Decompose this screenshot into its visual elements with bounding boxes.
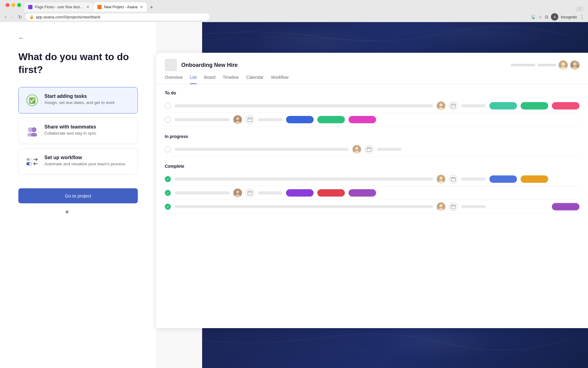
share-teammates-title: Share with teammates [44, 124, 131, 130]
share-teammates-desc: Collaborate and stay in sync [44, 131, 131, 136]
svg-point-24 [236, 117, 239, 120]
task-name-bar [175, 191, 230, 194]
task-tag [552, 203, 579, 210]
start-tasks-desc: Assign, set due dates, and get to work [44, 100, 131, 105]
asana-project-panel: Onboarding New Hire [156, 53, 588, 328]
main-area: ← What do you want to do first? ✅ Start … [0, 22, 588, 368]
tab-workflow[interactable]: Workflow [271, 75, 288, 84]
task-tag [286, 116, 314, 123]
option-share-teammates[interactable]: Share with teammates Collaborate and sta… [18, 118, 138, 144]
task-date-icon [246, 115, 254, 124]
project-icon [165, 59, 177, 71]
task-tag [552, 102, 579, 109]
task-check[interactable] [165, 117, 171, 123]
task-date-bar [258, 191, 282, 194]
tab-close-pageflows[interactable]: ✕ [86, 5, 89, 9]
task-tag [349, 116, 376, 123]
svg-rect-33 [367, 148, 371, 151]
task-name-bar [175, 148, 349, 151]
avatar [437, 202, 445, 211]
header-placeholder-1 [511, 64, 535, 66]
project-actions [511, 60, 579, 70]
back-button[interactable]: ‹ [4, 13, 8, 20]
task-check-done[interactable] [165, 190, 171, 196]
svg-rect-47 [248, 191, 252, 195]
left-panel: ← What do you want to do first? ✅ Start … [0, 22, 156, 368]
cast-icon[interactable]: 📡 [531, 14, 536, 19]
section-complete: Complete [165, 164, 579, 214]
forward-button[interactable]: › [10, 13, 14, 20]
task-date-bar [461, 205, 486, 208]
task-tag [489, 175, 517, 183]
browser-tab-asana[interactable]: New Project - Asana ✕ [94, 2, 147, 12]
tab-overview[interactable]: Overview [165, 75, 183, 84]
project-header: Onboarding New Hire [156, 53, 588, 84]
browser-menu-icon[interactable]: ⋮ [576, 6, 583, 12]
table-row [165, 143, 579, 156]
browser-options-icon[interactable]: ⋮ [579, 14, 584, 20]
task-tag [286, 189, 314, 197]
window-controls [3, 3, 24, 7]
profile-icon[interactable]: A [551, 13, 558, 21]
section-todo: To do [165, 90, 579, 127]
browser-actions: 📡 ☆ ⊟ A Incognito ⋮ [531, 13, 584, 21]
svg-point-11 [561, 62, 565, 66]
task-tag [317, 189, 345, 197]
start-tasks-icon: ✅ [25, 94, 39, 107]
option-start-tasks[interactable]: ✅ Start adding tasks Assign, set due dat… [18, 87, 138, 113]
browser-tab-pageflows[interactable]: Page Flows - user flow design ✕ [24, 2, 93, 12]
task-check[interactable] [165, 146, 171, 152]
avatar [437, 102, 445, 110]
deco-bottom [202, 328, 588, 368]
bookmark-icon[interactable]: ☆ [538, 14, 542, 19]
task-date-bar [461, 178, 486, 181]
section-inprogress: In progress [165, 134, 579, 156]
lock-icon: 🔒 [29, 15, 34, 19]
sidebar-icon[interactable]: ⊟ [545, 14, 548, 19]
tab-close-asana[interactable]: ✕ [140, 5, 143, 9]
tab-board[interactable]: Board [204, 75, 215, 84]
address-bar: ‹ › ↻ 🔒 app.asana.com/0/projects/new/bla… [0, 12, 588, 22]
task-check-done[interactable] [165, 204, 171, 210]
task-tag [317, 116, 345, 123]
task-name-bar [175, 205, 433, 208]
incognito-label: Incognito [561, 15, 577, 19]
task-date-icon [365, 145, 373, 154]
task-tag [521, 102, 548, 109]
tab-calendar[interactable]: Calendar [246, 75, 264, 84]
table-row [165, 113, 579, 127]
task-name-bar [175, 178, 433, 181]
back-button[interactable]: ← [18, 34, 28, 41]
task-date-icon [246, 189, 254, 197]
close-window-button[interactable] [6, 3, 9, 7]
table-row [165, 200, 579, 214]
tab-timeline[interactable]: Timeline [223, 75, 239, 84]
refresh-button[interactable]: ↻ [17, 13, 23, 21]
task-check-done[interactable] [165, 176, 171, 182]
browser-chrome: Page Flows - user flow design ✕ New Proj… [0, 0, 588, 22]
table-row [165, 172, 579, 186]
task-tag [489, 102, 517, 109]
project-tabs: Overview List Board Timeline Calendar Wo… [165, 75, 579, 84]
svg-rect-26 [248, 118, 252, 122]
task-date-bar [461, 104, 486, 107]
svg-point-3 [32, 127, 36, 132]
minimize-window-button[interactable] [11, 3, 15, 7]
close-button[interactable]: ✕ [572, 55, 582, 65]
section-todo-title: To do [165, 90, 579, 95]
go-to-project-button[interactable]: Go to project [18, 188, 138, 203]
start-tasks-title: Start adding tasks [44, 94, 131, 99]
tab-list[interactable]: List [190, 75, 197, 84]
svg-rect-54 [451, 205, 455, 209]
task-check[interactable] [165, 103, 171, 109]
avatar [233, 115, 242, 124]
maximize-window-button[interactable] [17, 3, 21, 7]
url-input[interactable]: 🔒 app.asana.com/0/projects/new/blank [26, 13, 209, 21]
svg-point-31 [355, 147, 358, 150]
task-tag [349, 189, 376, 197]
new-tab-button[interactable]: + [147, 3, 156, 12]
task-name-bar [175, 118, 230, 121]
share-teammates-icon [25, 124, 39, 138]
option-set-workflow[interactable]: Set up workflow Automate and visualize y… [18, 148, 138, 175]
task-date-bar [258, 118, 282, 121]
